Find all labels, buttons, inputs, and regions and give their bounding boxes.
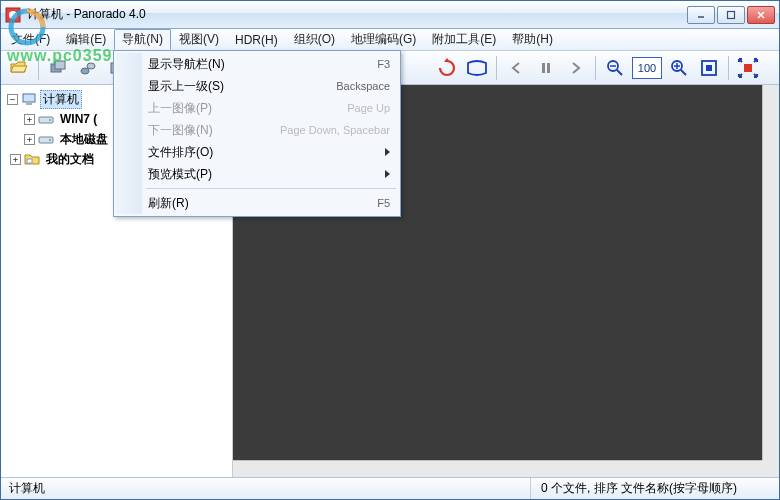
- menu-view[interactable]: 视图(V): [171, 29, 227, 50]
- dd-separator: [146, 188, 396, 189]
- tool-button-2[interactable]: [74, 54, 102, 82]
- tree-item-label[interactable]: WIN7 (: [57, 111, 100, 127]
- app-icon: [5, 7, 21, 23]
- menu-nav[interactable]: 导航(N): [114, 29, 171, 50]
- menu-file[interactable]: 文件(F): [3, 29, 58, 50]
- title-bar: 计算机 - Panorado 4.0: [1, 1, 779, 29]
- dd-preview-mode[interactable]: 预览模式(P): [116, 163, 398, 185]
- menu-extra[interactable]: 附加工具(E): [424, 29, 504, 50]
- svg-point-29: [49, 119, 51, 121]
- menu-edit[interactable]: 编辑(E): [58, 29, 114, 50]
- horizontal-scrollbar[interactable]: [233, 460, 762, 477]
- tree-root-label[interactable]: 计算机: [40, 90, 82, 109]
- svg-rect-26: [23, 94, 35, 102]
- dd-refresh[interactable]: 刷新(R) F5: [116, 192, 398, 214]
- status-bar: 计算机 0 个文件, 排序 文件名称(按字母顺序): [1, 477, 779, 499]
- fit-screen-button[interactable]: [695, 54, 723, 82]
- dd-next-image: 下一图像(N) Page Down, Spacebar: [116, 119, 398, 141]
- svg-rect-3: [728, 11, 735, 18]
- zoom-value[interactable]: 100: [632, 57, 662, 79]
- prev-button[interactable]: [502, 54, 530, 82]
- menu-help[interactable]: 帮助(H): [504, 29, 561, 50]
- tree-item-label[interactable]: 我的文档: [43, 150, 97, 169]
- pause-button[interactable]: [532, 54, 560, 82]
- menu-org[interactable]: 组织(O): [286, 29, 343, 50]
- zoom-in-button[interactable]: [665, 54, 693, 82]
- svg-point-1: [9, 11, 17, 19]
- nav-dropdown: 显示导航栏(N) F3 显示上一级(S) Backspace 上一图像(P) P…: [113, 50, 401, 217]
- svg-rect-25: [744, 64, 752, 72]
- window-title: 计算机 - Panorado 4.0: [27, 6, 687, 23]
- expand-icon[interactable]: +: [24, 114, 35, 125]
- tool-button-1[interactable]: [44, 54, 72, 82]
- close-button[interactable]: [747, 6, 775, 24]
- vertical-scrollbar[interactable]: [762, 85, 779, 477]
- submenu-arrow-icon: [385, 170, 390, 178]
- menu-hdr[interactable]: HDR(H): [227, 29, 286, 50]
- svg-point-31: [49, 139, 51, 141]
- drive-icon: [38, 111, 54, 127]
- minimize-button[interactable]: [687, 6, 715, 24]
- status-right: 0 个文件, 排序 文件名称(按字母顺序): [531, 480, 771, 497]
- computer-icon: [21, 91, 37, 107]
- scroll-corner: [762, 460, 779, 477]
- fullscreen-button[interactable]: [734, 54, 762, 82]
- svg-line-20: [681, 70, 686, 75]
- svg-line-17: [617, 70, 622, 75]
- folder-icon: [24, 151, 40, 167]
- svg-rect-14: [542, 63, 545, 73]
- dd-sort[interactable]: 文件排序(O): [116, 141, 398, 163]
- svg-rect-24: [706, 65, 712, 71]
- projection-button[interactable]: [463, 54, 491, 82]
- svg-rect-32: [27, 159, 32, 163]
- dd-prev-image: 上一图像(P) Page Up: [116, 97, 398, 119]
- menu-bar: 文件(F) 编辑(E) 导航(N) 视图(V) HDR(H) 组织(O) 地理编…: [1, 29, 779, 51]
- next-button[interactable]: [562, 54, 590, 82]
- zoom-out-button[interactable]: [601, 54, 629, 82]
- rotate-button[interactable]: [433, 54, 461, 82]
- expand-icon[interactable]: +: [24, 134, 35, 145]
- menu-geo[interactable]: 地理编码(G): [343, 29, 424, 50]
- dd-show-parent[interactable]: 显示上一级(S) Backspace: [116, 75, 398, 97]
- maximize-button[interactable]: [717, 6, 745, 24]
- expand-icon[interactable]: +: [10, 154, 21, 165]
- svg-rect-15: [547, 63, 550, 73]
- submenu-arrow-icon: [385, 148, 390, 156]
- svg-point-10: [87, 63, 95, 69]
- svg-rect-8: [55, 61, 65, 69]
- svg-point-9: [81, 68, 89, 74]
- open-button[interactable]: [5, 54, 33, 82]
- svg-rect-27: [26, 103, 32, 105]
- status-left: 计算机: [9, 478, 531, 499]
- drive-icon: [38, 131, 54, 147]
- collapse-icon[interactable]: −: [7, 94, 18, 105]
- tree-item-label[interactable]: 本地磁盘: [57, 130, 111, 149]
- dd-show-navbar[interactable]: 显示导航栏(N) F3: [116, 53, 398, 75]
